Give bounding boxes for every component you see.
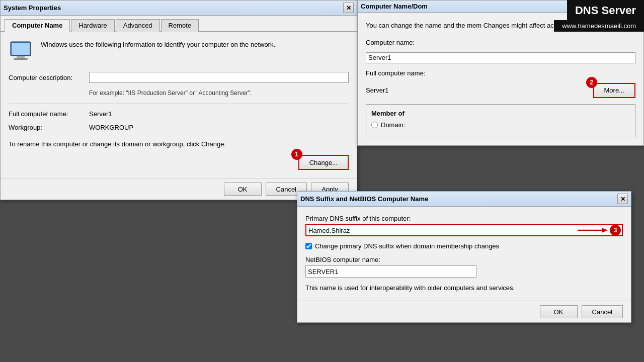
workgroup-value: WORKGROUP [89, 124, 133, 131]
primary-dns-row: Primary DNS suffix of this computer: 3 [305, 215, 623, 236]
domain-label: Domain: [381, 121, 405, 129]
change-button-wrap: 1 Change... [298, 155, 349, 170]
cn-full-name-row: Full computer name: [366, 69, 635, 77]
svg-rect-3 [14, 58, 28, 60]
close-button[interactable]: ✕ [343, 3, 354, 13]
system-properties-titlebar: System Properties ✕ [1, 1, 357, 16]
dns-content: Primary DNS suffix of this computer: 3 C… [297, 207, 631, 301]
system-properties-title: System Properties [4, 4, 61, 12]
more-button-wrap: 2 More... [593, 83, 635, 98]
description-input[interactable] [89, 72, 349, 83]
cn-computer-name-label: Computer name: [366, 39, 446, 46]
computer-info-row: Windows uses the following information t… [9, 40, 349, 64]
change-button[interactable]: Change... [298, 155, 349, 170]
netbios-label: NetBIOS computer name: [305, 256, 623, 263]
netbios-input[interactable] [305, 265, 476, 278]
cn-full-name-value: Server1 [366, 86, 389, 94]
primary-dns-input-wrap: 3 [305, 224, 623, 236]
system-properties-dialog: System Properties ✕ Computer Name Hardwa… [0, 0, 357, 200]
domain-radio-row: Domain: [371, 121, 630, 129]
change-dns-checkbox[interactable] [305, 243, 312, 249]
badge-1: 1 [291, 149, 302, 160]
description-label: Computer description: [9, 74, 89, 81]
workgroup-row: Workgroup: WORKGROUP [9, 124, 349, 131]
ok-button[interactable]: OK [224, 183, 262, 196]
svg-rect-2 [17, 56, 25, 58]
member-of-group: Member of Domain: [366, 104, 635, 137]
sys-props-content: Windows uses the following information t… [1, 32, 357, 178]
change-dns-checkbox-row: Change primary DNS suffix when domain me… [305, 242, 623, 250]
full-name-value: Server1 [89, 110, 112, 118]
cn-computer-name-row: Computer name: [366, 39, 635, 46]
tab-computer-name[interactable]: Computer Name [5, 19, 70, 32]
tab-advanced[interactable]: Advanced [116, 19, 160, 32]
dns-close-button[interactable]: ✕ [617, 194, 628, 204]
description-hint: For example: "IIS Production Server" or … [89, 89, 349, 98]
netbios-row: NetBIOS computer name: [305, 256, 623, 278]
full-name-row: Full computer name: Server1 [9, 110, 349, 118]
svg-rect-1 [12, 43, 30, 55]
primary-dns-label: Primary DNS suffix of this computer: [305, 215, 623, 222]
dns-note: This name is used for interoperability w… [305, 284, 623, 293]
badge-2: 2 [586, 77, 597, 88]
website-overlay-label: www.hamedesmaeili.com [554, 20, 644, 32]
primary-dns-input[interactable] [305, 224, 623, 236]
domain-radio[interactable] [371, 122, 378, 128]
change-dns-label: Change primary DNS suffix when domain me… [315, 242, 499, 250]
tabs-bar: Computer Name Hardware Advanced Remote [1, 16, 357, 32]
description-row: Computer description: [9, 72, 349, 83]
dns-cancel-button[interactable]: Cancel [582, 305, 623, 318]
dns-ok-button[interactable]: OK [540, 305, 578, 318]
cn-title: Computer Name/Dom [361, 3, 428, 10]
tab-hardware[interactable]: Hardware [71, 19, 114, 32]
rename-text: To rename this computer or change its do… [9, 139, 349, 149]
dns-dialog: DNS Suffix and NetBIOS Computer Name ✕ P… [297, 191, 631, 323]
cn-content: You can change the name and the mem Chan… [358, 13, 643, 145]
dns-title: DNS Suffix and NetBIOS Computer Name [300, 195, 428, 203]
dns-server-overlay-label: DNS Server [567, 0, 644, 21]
workgroup-label: Workgroup: [9, 124, 89, 131]
tab-remote[interactable]: Remote [161, 19, 199, 32]
dns-bottom-buttons: OK Cancel [297, 301, 631, 322]
member-of-label: Member of [371, 110, 630, 117]
computer-icon [9, 40, 33, 64]
svg-marker-5 [602, 228, 608, 233]
badge-3: 3 [610, 225, 621, 236]
cn-computer-name-input[interactable] [366, 52, 635, 63]
full-name-label: Full computer name: [9, 110, 89, 118]
divider-1 [9, 104, 349, 104]
cn-full-name-label: Full computer name: [366, 69, 446, 77]
arrow-icon [578, 226, 608, 234]
more-button[interactable]: More... [593, 83, 635, 98]
info-text: Windows uses the following information t… [41, 40, 349, 50]
dns-titlebar: DNS Suffix and NetBIOS Computer Name ✕ [297, 192, 631, 207]
